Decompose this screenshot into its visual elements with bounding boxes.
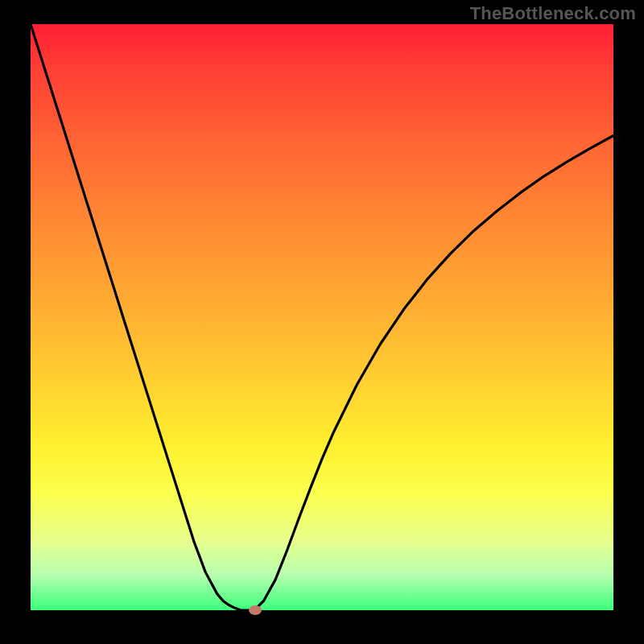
watermark-text: TheBottleneck.com [470, 3, 636, 24]
chart-container: TheBottleneck.com [0, 0, 644, 644]
bottleneck-curve [31, 24, 613, 610]
plot-area [31, 24, 613, 610]
optimum-marker [249, 605, 262, 615]
